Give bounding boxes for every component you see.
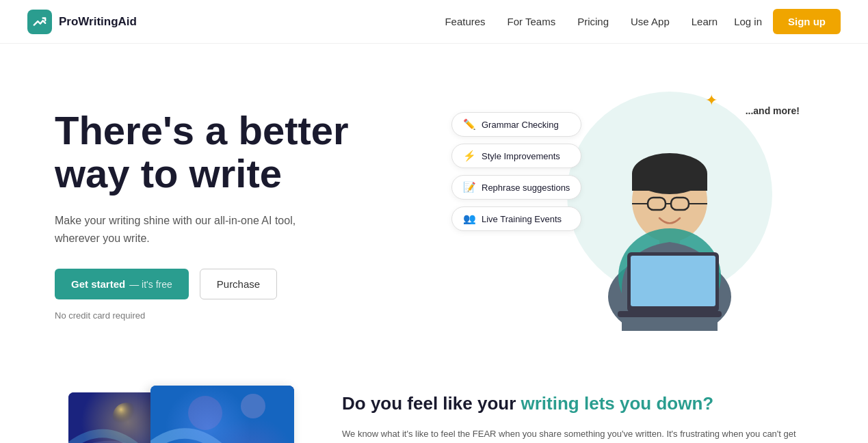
- logo-link[interactable]: ProWritingAid: [27, 10, 137, 34]
- nav-item-pricing[interactable]: Pricing: [577, 16, 609, 27]
- pill-training: 👥 Live Training Events: [451, 206, 581, 231]
- logo-icon: [27, 10, 52, 34]
- logo-text: ProWritingAid: [59, 15, 137, 29]
- training-icon: 👥: [463, 213, 476, 225]
- no-credit-text: No credit card required: [55, 310, 438, 321]
- svg-point-18: [113, 403, 140, 430]
- purchase-button[interactable]: Purchase: [200, 269, 277, 299]
- svg-rect-16: [618, 311, 722, 317]
- second-section-content: Do you feel like your writing lets you d…: [342, 386, 813, 443]
- feature-pills-list: ✏️ Grammar Checking ⚡ Style Improvements…: [451, 112, 581, 231]
- nav-item-for-teams[interactable]: For Teams: [508, 16, 556, 27]
- svg-point-22: [188, 396, 222, 430]
- signup-button[interactable]: Sign up: [773, 9, 841, 34]
- second-title: Do you feel like your writing lets you d…: [342, 392, 813, 416]
- free-label: — it's free: [129, 279, 172, 290]
- get-started-button[interactable]: Get started — it's free: [55, 269, 189, 299]
- main-navigation: ProWritingAid Features For Teams Pricing…: [0, 0, 868, 44]
- painting-area: My idea in my head: [55, 386, 301, 443]
- pill-grammar: ✏️ Grammar Checking: [451, 112, 581, 137]
- pill-rephrase: 📝 Rephrase suggestions: [451, 175, 581, 200]
- style-icon: ⚡: [463, 150, 476, 162]
- nav-item-features[interactable]: Features: [445, 16, 485, 27]
- painting-front: [150, 386, 294, 443]
- hero-title: There's a better way to write: [55, 109, 438, 196]
- second-body: We know what it's like to feel the FEAR …: [342, 427, 813, 443]
- login-link[interactable]: Log in: [734, 16, 762, 27]
- painting-stack: My idea in my head: [55, 386, 287, 443]
- nav-item-use-app[interactable]: Use App: [631, 16, 670, 27]
- svg-rect-21: [150, 386, 294, 443]
- hero-subtitle: Make your writing shine with our all-in-…: [55, 212, 301, 247]
- person-illustration: [567, 78, 772, 331]
- hero-buttons: Get started — it's free Purchase: [55, 269, 438, 299]
- nav-item-learn[interactable]: Learn: [692, 16, 718, 27]
- hero-content-left: There's a better way to write Make your …: [55, 109, 438, 321]
- svg-rect-6: [632, 174, 707, 191]
- second-section: My idea in my head Do you feel like your…: [0, 372, 868, 443]
- hero-illustration: ...and more! ✦: [438, 85, 813, 345]
- pill-style: ⚡ Style Improvements: [451, 144, 581, 168]
- svg-rect-15: [631, 256, 715, 306]
- hero-section: There's a better way to write Make your …: [0, 44, 868, 372]
- nav-links: Features For Teams Pricing Use App Learn: [445, 16, 718, 28]
- svg-point-23: [241, 394, 265, 418]
- grammar-icon: ✏️: [463, 118, 476, 131]
- rephrase-icon: 📝: [463, 181, 476, 193]
